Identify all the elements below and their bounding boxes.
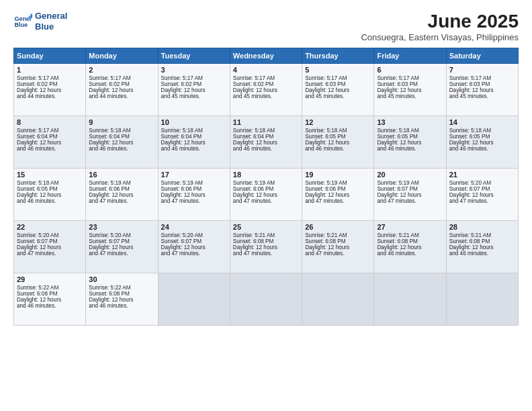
day-info-line: Sunrise: 5:19 AM [161,180,227,186]
logo-text-line1: General [35,11,67,21]
day-number: 12 [305,118,371,126]
calendar-cell: 23Sunrise: 5:20 AMSunset: 6:07 PMDayligh… [86,221,158,273]
calendar-cell: 24Sunrise: 5:20 AMSunset: 6:07 PMDayligh… [158,221,230,273]
weekday-header-cell: Thursday [302,48,374,64]
calendar-cell: 5Sunrise: 5:17 AMSunset: 6:03 PMDaylight… [302,64,374,116]
day-info-line: Daylight: 12 hours [233,87,299,93]
day-info-line: Daylight: 12 hours [377,87,443,93]
calendar-week-row: 8Sunrise: 5:17 AMSunset: 6:04 PMDaylight… [14,116,519,169]
day-info-line: and 47 minutes. [17,250,83,257]
day-info-line: Daylight: 12 hours [89,140,154,146]
day-number: 19 [305,171,371,179]
day-info-line: Daylight: 12 hours [89,87,154,93]
day-number: 16 [89,171,154,179]
day-info-line: Daylight: 12 hours [305,192,371,198]
day-number: 28 [449,223,515,231]
day-info-line: Sunset: 6:08 PM [233,238,299,244]
day-info-line: Daylight: 12 hours [449,244,515,250]
day-info-line: Sunrise: 5:18 AM [89,128,154,134]
day-info-line: and 44 minutes. [17,93,83,99]
calendar-page: General Blue General Blue June 2025 Cons… [0,0,532,411]
weekday-header-cell: Tuesday [158,48,230,64]
calendar-cell: 25Sunrise: 5:21 AMSunset: 6:08 PMDayligh… [230,221,302,273]
calendar-cell: 1Sunrise: 5:17 AMSunset: 6:02 PMDaylight… [14,64,86,116]
day-info-line: Daylight: 12 hours [233,192,299,198]
day-info-line: and 46 minutes. [233,146,299,152]
day-info-line: Sunset: 6:07 PM [161,238,227,244]
calendar-cell: 10Sunrise: 5:18 AMSunset: 6:04 PMDayligh… [158,116,230,169]
day-number: 22 [17,223,83,231]
day-info-line: Daylight: 12 hours [377,244,443,250]
day-info-line: Sunset: 6:04 PM [89,134,154,140]
day-info-line: Daylight: 12 hours [305,87,371,93]
day-info-line: Sunset: 6:07 PM [449,186,515,192]
day-number: 30 [89,275,154,283]
day-number: 10 [161,118,227,126]
day-number: 2 [89,66,154,74]
day-info-line: Sunrise: 5:20 AM [17,232,83,238]
day-info-line: Sunset: 6:04 PM [17,134,83,140]
day-info-line: and 46 minutes. [449,146,515,152]
day-info-line: Sunset: 6:08 PM [305,238,371,244]
day-info-line: Daylight: 12 hours [17,192,83,198]
calendar-cell: 12Sunrise: 5:18 AMSunset: 6:05 PMDayligh… [302,116,374,169]
day-info-line: Sunset: 6:08 PM [89,291,154,297]
day-info-line: Daylight: 12 hours [161,192,227,198]
day-number: 3 [161,66,227,74]
calendar-cell [374,273,446,326]
day-info-line: Sunset: 6:02 PM [161,81,227,87]
weekday-header-cell: Saturday [446,48,518,64]
header: General Blue General Blue June 2025 Cons… [13,11,519,42]
calendar-cell: 11Sunrise: 5:18 AMSunset: 6:04 PMDayligh… [230,116,302,169]
day-number: 11 [233,118,299,126]
day-info-line: Sunrise: 5:21 AM [377,232,443,238]
day-info-line: and 46 minutes. [17,303,83,309]
day-info-line: and 46 minutes. [449,250,515,257]
day-info-line: Sunrise: 5:19 AM [233,180,299,186]
day-info-line: Sunset: 6:02 PM [233,81,299,87]
day-info-line: Sunrise: 5:20 AM [449,180,515,186]
day-info-line: Daylight: 12 hours [233,244,299,250]
day-info-line: Sunset: 6:04 PM [161,134,227,140]
day-info-line: Daylight: 12 hours [161,140,227,146]
calendar-cell: 2Sunrise: 5:17 AMSunset: 6:02 PMDaylight… [86,64,158,116]
day-info-line: Sunrise: 5:17 AM [233,75,299,81]
day-info-line: Daylight: 12 hours [17,87,83,93]
calendar-cell: 9Sunrise: 5:18 AMSunset: 6:04 PMDaylight… [86,116,158,169]
day-number: 25 [233,223,299,231]
calendar-cell: 27Sunrise: 5:21 AMSunset: 6:08 PMDayligh… [374,221,446,273]
day-info-line: Daylight: 12 hours [89,297,154,303]
day-info-line: Sunrise: 5:18 AM [449,128,515,134]
day-info-line: Sunset: 6:03 PM [449,81,515,87]
day-info-line: Sunrise: 5:17 AM [377,75,443,81]
day-info-line: Daylight: 12 hours [305,140,371,146]
day-info-line: Sunrise: 5:17 AM [161,75,227,81]
day-info-line: Sunrise: 5:21 AM [305,232,371,238]
day-info-line: Sunrise: 5:17 AM [17,75,83,81]
day-info-line: and 47 minutes. [233,198,299,204]
day-info-line: Sunrise: 5:18 AM [161,128,227,134]
day-info-line: and 47 minutes. [89,250,154,257]
day-info-line: Sunset: 6:06 PM [161,186,227,192]
day-info-line: and 46 minutes. [17,198,83,204]
day-info-line: and 47 minutes. [233,250,299,257]
day-number: 27 [377,223,443,231]
day-info-line: Daylight: 12 hours [89,244,154,250]
weekday-header-cell: Sunday [14,48,86,64]
weekday-header-cell: Monday [86,48,158,64]
calendar-cell: 22Sunrise: 5:20 AMSunset: 6:07 PMDayligh… [14,221,86,273]
day-info-line: and 45 minutes. [161,93,227,99]
day-info-line: and 46 minutes. [377,146,443,152]
day-info-line: and 46 minutes. [89,303,154,309]
day-info-line: Daylight: 12 hours [305,244,371,250]
day-info-line: Sunrise: 5:17 AM [305,75,371,81]
day-number: 29 [17,275,83,283]
day-info-line: Daylight: 12 hours [17,297,83,303]
day-info-line: Sunrise: 5:20 AM [89,232,154,238]
calendar-cell: 18Sunrise: 5:19 AMSunset: 6:06 PMDayligh… [230,169,302,221]
day-info-line: and 47 minutes. [161,250,227,257]
calendar-week-row: 29Sunrise: 5:22 AMSunset: 6:08 PMDayligh… [14,273,519,326]
weekday-header-cell: Wednesday [230,48,302,64]
calendar-cell: 26Sunrise: 5:21 AMSunset: 6:08 PMDayligh… [302,221,374,273]
day-info-line: Sunset: 6:05 PM [449,134,515,140]
